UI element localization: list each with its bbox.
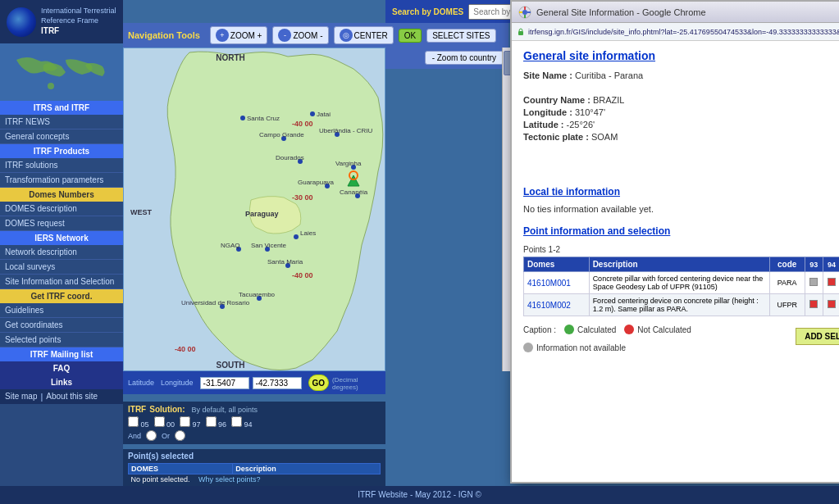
points-info-title: Point information and selection (523, 225, 839, 237)
color-box-2-94 (828, 300, 836, 308)
desc-2: Forced centering device on concrete pill… (589, 294, 769, 316)
itrf-checkbox-00[interactable] (154, 416, 165, 427)
world-map-svg (0, 43, 123, 101)
calculated-dot (564, 325, 574, 334)
lon-label: Longitude (161, 379, 194, 387)
svg-point-10 (240, 116, 245, 120)
code-1: PARA (769, 272, 805, 294)
table-row: 41610M002 Forced centering device on con… (524, 294, 840, 316)
sidebar-item-links[interactable]: Links (0, 375, 123, 389)
svg-text:Santa Cruz: Santa Cruz (247, 115, 280, 122)
svg-text:NORTH: NORTH (216, 53, 245, 62)
itrf-checkbox-05-label: 05 (128, 416, 149, 429)
itrf-checkbox-94[interactable] (231, 416, 242, 427)
site-name-label: Site Name : (523, 70, 572, 80)
chrome-browser-icon (518, 6, 531, 19)
latlon-bar: Latitude Longitude GO (Decimal degrees) (123, 371, 385, 394)
center-button[interactable]: ◎ CENTER (334, 26, 394, 44)
sidebar-item-selected-points[interactable]: Selected points (0, 333, 123, 347)
color-box-1-94 (828, 278, 836, 286)
sidebar-item-network-desc[interactable]: Network description (0, 245, 123, 260)
sidebar-item-itrf-solutions[interactable]: ITRF solutions (0, 158, 123, 173)
sidebar-item-domes-request[interactable]: DOMES request (0, 216, 123, 231)
sidebar-item-itrf-products[interactable]: ITRF Products (0, 144, 123, 158)
sidebar-item-get-itrf[interactable]: Get ITRF coord. (0, 289, 123, 303)
sidebar-item-general-concepts[interactable]: General concepts (0, 129, 123, 144)
latitude-input[interactable] (200, 377, 249, 389)
points-range: Points 1-2 (523, 245, 560, 254)
map-svg: NORTH SOUTH WEST -40 00 -30 00 -40 00 -4… (124, 48, 385, 371)
nav-tools-title: Navigation Tools (128, 30, 200, 40)
svg-text:Jataí: Jataí (317, 111, 331, 118)
svg-text:Campo Grande: Campo Grande (259, 131, 304, 138)
select-sites-button[interactable]: SELECT SITES (426, 29, 495, 43)
why-select-link[interactable]: Why select points? (198, 475, 261, 484)
svg-rect-43 (518, 31, 523, 35)
country-line: Country Name : BRAZIL (523, 95, 839, 105)
sidebar-item-itrf-mailing[interactable]: ITRF Mailing list (0, 347, 123, 361)
svg-text:-30 00: -30 00 (292, 193, 313, 202)
itrf-checkbox-97[interactable] (180, 416, 190, 427)
sidebar-item-iers-network[interactable]: IERS Network (0, 231, 123, 245)
globe-icon (7, 7, 36, 37)
sidebar-item-faq[interactable]: FAQ (0, 361, 123, 375)
not-calculated-dot (624, 325, 634, 334)
code-2: UFPR (769, 294, 805, 316)
add-to-cart-button[interactable]: ADD SELECTED POINTS TO CART (796, 328, 839, 345)
sidebar-item-transformation[interactable]: Transformation parameters (0, 173, 123, 188)
sidebar-item-domes-numbers[interactable]: Domes Numbers (0, 188, 123, 202)
sidebar-item-get-coords[interactable]: Get coordinates (0, 318, 123, 333)
sidebar: International Terrestrial Reference Fram… (0, 0, 123, 504)
color-box-1-93 (809, 278, 818, 286)
tectonic-line: Tectonic plate : SOAM (523, 132, 839, 142)
footer-text: ITRF Website - May 2012 - IGN © (358, 490, 481, 499)
org-abbr: ITRF (41, 26, 59, 35)
tectonic-value: SOAM (591, 132, 618, 142)
tectonic-label: Tectonic plate : (523, 132, 589, 142)
itrf-checkbox-05[interactable] (128, 416, 139, 427)
svg-text:-40 00: -40 00 (175, 345, 196, 353)
sidebar-item-about[interactable]: About this site (46, 392, 98, 402)
longitude-input[interactable] (253, 377, 302, 389)
go-button[interactable]: GO (308, 375, 329, 391)
general-site-info-title: General site information (523, 49, 839, 62)
sidebar-item-site-info[interactable]: Site Information and Selection (0, 275, 123, 289)
sidebar-item-guidelines[interactable]: Guidelines (0, 303, 123, 318)
chrome-content: General site information (512, 41, 839, 482)
latitude-label: Latitude : (523, 120, 564, 129)
svg-point-12 (310, 111, 315, 116)
map-container[interactable]: NORTH SOUTH WEST -40 00 -30 00 -40 00 -4… (123, 48, 385, 371)
filter-radio-1[interactable] (146, 430, 157, 441)
map-background: NORTH SOUTH WEST -40 00 -30 00 -40 00 -4… (124, 48, 385, 370)
zoom-out-button[interactable]: - ZOOM - (272, 26, 328, 44)
world-map-mini (0, 43, 123, 101)
chrome-urlbar: itrfensg.ign.fr/GIS/include/site_info.ph… (512, 23, 839, 41)
zoom-in-button[interactable]: + ZOOM + (210, 26, 268, 44)
svg-point-1 (48, 83, 54, 89)
latitude-line: Latitude : -25°26' (523, 120, 839, 129)
svg-text:-40 00: -40 00 (292, 120, 313, 128)
sidebar-item-domes-desc[interactable]: DOMES description (0, 202, 123, 216)
footer-bar: ITRF Website - May 2012 - IGN © (0, 486, 839, 504)
svg-text:Universidad de Rosario: Universidad de Rosario (181, 299, 250, 306)
longitude-label: Longitude : (523, 107, 572, 117)
lat-label: Latitude (128, 379, 154, 387)
sidebar-item-itrf-news[interactable]: ITRF NEWS (0, 115, 123, 129)
domes-1: 41610M001 (524, 272, 590, 294)
not-available-dot (523, 343, 533, 352)
url-text[interactable]: itrfensg.ign.fr/GIS/include/site_info.ph… (528, 28, 839, 36)
sidebar-item-local-surveys[interactable]: Local surveys (0, 260, 123, 275)
svg-text:Guarapuava: Guarapuava (298, 179, 335, 186)
itrf-checkbox-96[interactable] (206, 416, 217, 427)
svg-point-31 (294, 234, 299, 239)
search-label: Search by DOMES (392, 7, 463, 16)
site-name-value: Curitiba - Parana (575, 70, 643, 80)
ok-button[interactable]: OK (399, 29, 422, 43)
main-area: Search by DOMES Navigation Tools + ZOOM … (123, 0, 839, 486)
zoom-to-country-button[interactable]: - Zoom to country (425, 51, 504, 65)
domes-2: 41610M002 (524, 294, 590, 316)
org-name: International Terrestrial Reference Fram… (41, 7, 116, 25)
filter-radio-2[interactable] (175, 430, 185, 441)
sidebar-item-itrs-itrf[interactable]: ITRS and ITRF (0, 101, 123, 115)
sidebar-item-sitemap[interactable]: Site map (5, 392, 37, 402)
